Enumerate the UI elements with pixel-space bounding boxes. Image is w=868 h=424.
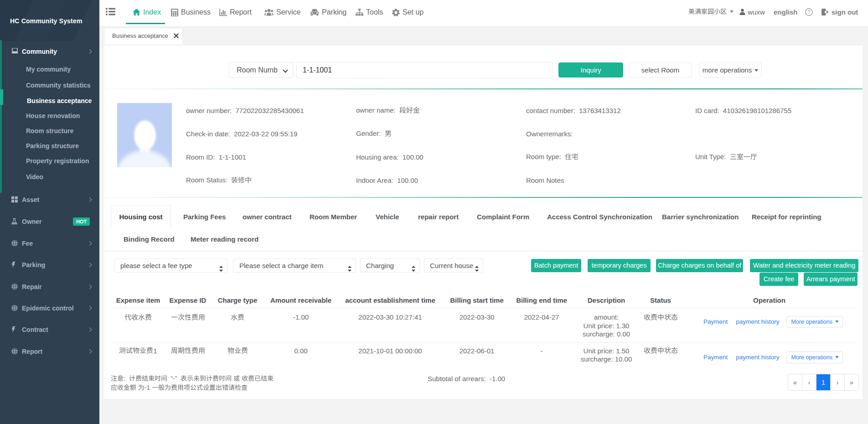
svg-text:?: ? <box>808 9 811 15</box>
